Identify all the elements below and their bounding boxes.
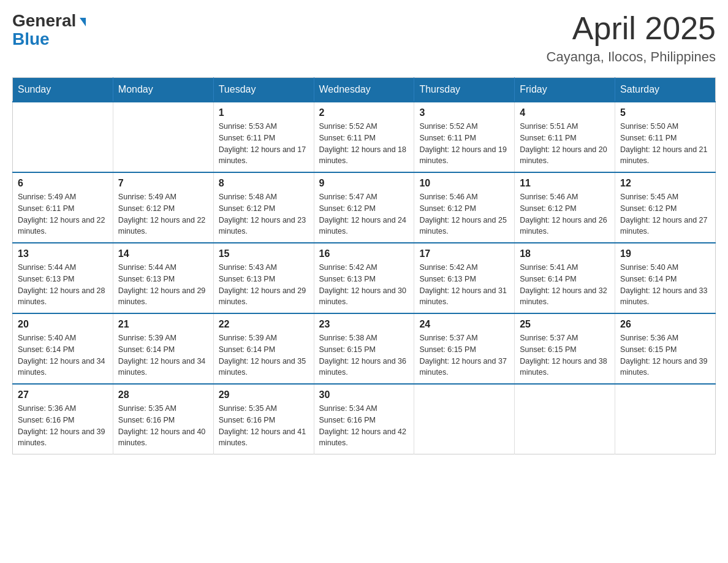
day-number: 7 [118,178,208,189]
logo-blue-text: Blue [12,29,50,49]
day-cell: 6Sunrise: 5:49 AMSunset: 6:11 PMDaylight… [13,172,113,243]
day-cell: 18Sunrise: 5:41 AMSunset: 6:14 PMDayligh… [515,243,615,313]
day-cell [414,384,515,454]
day-number: 3 [419,107,509,118]
day-cell: 26Sunrise: 5:36 AMSunset: 6:15 PMDayligh… [615,313,716,384]
day-number: 27 [18,389,108,400]
day-cell: 27Sunrise: 5:36 AMSunset: 6:16 PMDayligh… [13,384,113,454]
week-row-3: 13Sunrise: 5:44 AMSunset: 6:13 PMDayligh… [13,243,716,313]
day-cell: 14Sunrise: 5:44 AMSunset: 6:13 PMDayligh… [113,243,213,313]
day-number: 28 [118,389,208,400]
day-cell: 8Sunrise: 5:48 AMSunset: 6:12 PMDaylight… [213,172,314,243]
day-number: 14 [118,248,208,259]
day-info: Sunrise: 5:52 AMSunset: 6:11 PMDaylight:… [319,121,409,167]
day-number: 16 [319,248,409,259]
day-info: Sunrise: 5:36 AMSunset: 6:15 PMDaylight:… [620,332,710,378]
day-cell: 22Sunrise: 5:39 AMSunset: 6:14 PMDayligh… [213,313,314,384]
day-number: 10 [419,178,509,189]
day-cell: 10Sunrise: 5:46 AMSunset: 6:12 PMDayligh… [414,172,515,243]
header-cell-friday: Friday [515,78,615,102]
day-cell: 24Sunrise: 5:37 AMSunset: 6:15 PMDayligh… [414,313,515,384]
day-cell: 23Sunrise: 5:38 AMSunset: 6:15 PMDayligh… [314,313,414,384]
week-row-5: 27Sunrise: 5:36 AMSunset: 6:16 PMDayligh… [13,384,716,454]
day-info: Sunrise: 5:39 AMSunset: 6:14 PMDaylight:… [118,332,208,378]
day-info: Sunrise: 5:45 AMSunset: 6:12 PMDaylight:… [620,191,710,237]
day-cell: 30Sunrise: 5:34 AMSunset: 6:16 PMDayligh… [314,384,414,454]
day-info: Sunrise: 5:35 AMSunset: 6:16 PMDaylight:… [219,403,309,449]
day-cell: 5Sunrise: 5:50 AMSunset: 6:11 PMDaylight… [615,102,716,172]
header-row: SundayMondayTuesdayWednesdayThursdayFrid… [13,78,716,102]
day-number: 9 [319,178,409,189]
day-cell: 11Sunrise: 5:46 AMSunset: 6:12 PMDayligh… [515,172,615,243]
day-cell: 13Sunrise: 5:44 AMSunset: 6:13 PMDayligh… [13,243,113,313]
day-number: 18 [520,248,610,259]
day-cell: 12Sunrise: 5:45 AMSunset: 6:12 PMDayligh… [615,172,716,243]
day-number: 11 [520,178,610,189]
day-info: Sunrise: 5:37 AMSunset: 6:15 PMDaylight:… [419,332,509,378]
day-number: 29 [219,389,309,400]
day-info: Sunrise: 5:44 AMSunset: 6:13 PMDaylight:… [18,262,108,308]
calendar-title: April 2025 [547,12,716,44]
day-info: Sunrise: 5:46 AMSunset: 6:12 PMDaylight:… [520,191,610,237]
day-cell: 1Sunrise: 5:53 AMSunset: 6:11 PMDaylight… [213,102,314,172]
logo-general-text: General [12,12,86,29]
day-info: Sunrise: 5:53 AMSunset: 6:11 PMDaylight:… [219,121,309,167]
day-number: 26 [620,319,710,330]
day-number: 15 [219,248,309,259]
day-info: Sunrise: 5:40 AMSunset: 6:14 PMDaylight:… [620,262,710,308]
day-number: 6 [18,178,108,189]
day-info: Sunrise: 5:36 AMSunset: 6:16 PMDaylight:… [18,403,108,449]
day-info: Sunrise: 5:38 AMSunset: 6:15 PMDaylight:… [319,332,409,378]
day-cell [515,384,615,454]
day-info: Sunrise: 5:42 AMSunset: 6:13 PMDaylight:… [319,262,409,308]
day-number: 20 [18,319,108,330]
day-number: 17 [419,248,509,259]
header-cell-saturday: Saturday [615,78,716,102]
calendar-body: 1Sunrise: 5:53 AMSunset: 6:11 PMDaylight… [13,102,716,454]
week-row-2: 6Sunrise: 5:49 AMSunset: 6:11 PMDaylight… [13,172,716,243]
day-info: Sunrise: 5:50 AMSunset: 6:11 PMDaylight:… [620,121,710,167]
day-cell [13,102,113,172]
day-info: Sunrise: 5:39 AMSunset: 6:14 PMDaylight:… [219,332,309,378]
day-number: 30 [319,389,409,400]
header-cell-tuesday: Tuesday [213,78,314,102]
day-info: Sunrise: 5:41 AMSunset: 6:14 PMDaylight:… [520,262,610,308]
day-info: Sunrise: 5:46 AMSunset: 6:12 PMDaylight:… [419,191,509,237]
day-cell: 2Sunrise: 5:52 AMSunset: 6:11 PMDaylight… [314,102,414,172]
day-info: Sunrise: 5:43 AMSunset: 6:13 PMDaylight:… [219,262,309,308]
day-info: Sunrise: 5:49 AMSunset: 6:12 PMDaylight:… [118,191,208,237]
header-cell-monday: Monday [113,78,213,102]
title-block: April 2025 Cayanga, Ilocos, Philippines [547,12,716,65]
day-number: 23 [319,319,409,330]
header-cell-thursday: Thursday [414,78,515,102]
week-row-1: 1Sunrise: 5:53 AMSunset: 6:11 PMDaylight… [13,102,716,172]
day-number: 21 [118,319,208,330]
calendar-subtitle: Cayanga, Ilocos, Philippines [547,49,716,65]
day-number: 22 [219,319,309,330]
day-cell: 15Sunrise: 5:43 AMSunset: 6:13 PMDayligh… [213,243,314,313]
day-info: Sunrise: 5:40 AMSunset: 6:14 PMDaylight:… [18,332,108,378]
day-cell: 17Sunrise: 5:42 AMSunset: 6:13 PMDayligh… [414,243,515,313]
day-info: Sunrise: 5:34 AMSunset: 6:16 PMDaylight:… [319,403,409,449]
day-cell: 16Sunrise: 5:42 AMSunset: 6:13 PMDayligh… [314,243,414,313]
day-number: 5 [620,107,710,118]
day-info: Sunrise: 5:48 AMSunset: 6:12 PMDaylight:… [219,191,309,237]
day-cell: 3Sunrise: 5:52 AMSunset: 6:11 PMDaylight… [414,102,515,172]
logo: General Blue [12,12,86,49]
day-cell: 25Sunrise: 5:37 AMSunset: 6:15 PMDayligh… [515,313,615,384]
day-number: 13 [18,248,108,259]
day-number: 2 [319,107,409,118]
day-cell: 29Sunrise: 5:35 AMSunset: 6:16 PMDayligh… [213,384,314,454]
page-header: General Blue April 2025 Cayanga, Ilocos,… [12,12,716,65]
day-number: 1 [219,107,309,118]
day-number: 19 [620,248,710,259]
day-cell: 9Sunrise: 5:47 AMSunset: 6:12 PMDaylight… [314,172,414,243]
day-info: Sunrise: 5:42 AMSunset: 6:13 PMDaylight:… [419,262,509,308]
day-info: Sunrise: 5:52 AMSunset: 6:11 PMDaylight:… [419,121,509,167]
day-info: Sunrise: 5:49 AMSunset: 6:11 PMDaylight:… [18,191,108,237]
day-info: Sunrise: 5:47 AMSunset: 6:12 PMDaylight:… [319,191,409,237]
day-number: 24 [419,319,509,330]
header-cell-sunday: Sunday [13,78,113,102]
day-cell: 20Sunrise: 5:40 AMSunset: 6:14 PMDayligh… [13,313,113,384]
week-row-4: 20Sunrise: 5:40 AMSunset: 6:14 PMDayligh… [13,313,716,384]
